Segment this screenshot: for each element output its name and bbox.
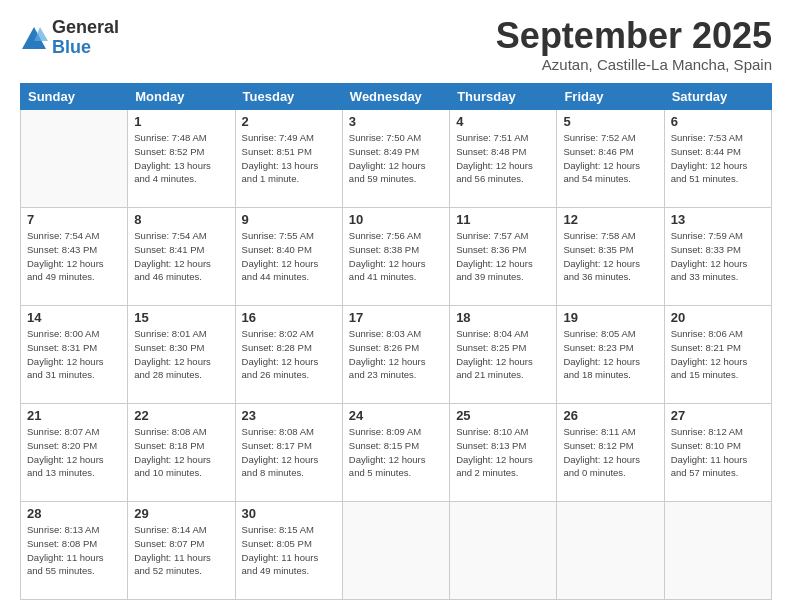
day-number: 28: [27, 506, 121, 521]
calendar-week-row: 14Sunrise: 8:00 AM Sunset: 8:31 PM Dayli…: [21, 306, 772, 404]
day-info: Sunrise: 8:04 AM Sunset: 8:25 PM Dayligh…: [456, 327, 550, 382]
title-block: September 2025 Azutan, Castille-La Manch…: [496, 18, 772, 73]
day-number: 21: [27, 408, 121, 423]
calendar-cell: 4Sunrise: 7:51 AM Sunset: 8:48 PM Daylig…: [450, 110, 557, 208]
day-info: Sunrise: 8:02 AM Sunset: 8:28 PM Dayligh…: [242, 327, 336, 382]
logo-blue: Blue: [52, 38, 119, 58]
day-number: 25: [456, 408, 550, 423]
day-number: 15: [134, 310, 228, 325]
day-info: Sunrise: 8:12 AM Sunset: 8:10 PM Dayligh…: [671, 425, 765, 480]
weekday-header-wednesday: Wednesday: [342, 84, 449, 110]
calendar-cell: 11Sunrise: 7:57 AM Sunset: 8:36 PM Dayli…: [450, 208, 557, 306]
calendar-cell: 5Sunrise: 7:52 AM Sunset: 8:46 PM Daylig…: [557, 110, 664, 208]
calendar-cell: 29Sunrise: 8:14 AM Sunset: 8:07 PM Dayli…: [128, 502, 235, 600]
day-number: 16: [242, 310, 336, 325]
day-number: 8: [134, 212, 228, 227]
day-info: Sunrise: 8:00 AM Sunset: 8:31 PM Dayligh…: [27, 327, 121, 382]
calendar-cell: 9Sunrise: 7:55 AM Sunset: 8:40 PM Daylig…: [235, 208, 342, 306]
day-number: 13: [671, 212, 765, 227]
calendar-cell: 26Sunrise: 8:11 AM Sunset: 8:12 PM Dayli…: [557, 404, 664, 502]
day-number: 26: [563, 408, 657, 423]
calendar-cell: 16Sunrise: 8:02 AM Sunset: 8:28 PM Dayli…: [235, 306, 342, 404]
day-info: Sunrise: 8:01 AM Sunset: 8:30 PM Dayligh…: [134, 327, 228, 382]
weekday-header-friday: Friday: [557, 84, 664, 110]
calendar-cell: 6Sunrise: 7:53 AM Sunset: 8:44 PM Daylig…: [664, 110, 771, 208]
calendar-cell: 14Sunrise: 8:00 AM Sunset: 8:31 PM Dayli…: [21, 306, 128, 404]
day-info: Sunrise: 7:54 AM Sunset: 8:41 PM Dayligh…: [134, 229, 228, 284]
calendar-cell: 3Sunrise: 7:50 AM Sunset: 8:49 PM Daylig…: [342, 110, 449, 208]
logo-general: General: [52, 18, 119, 38]
day-number: 17: [349, 310, 443, 325]
weekday-header-tuesday: Tuesday: [235, 84, 342, 110]
calendar-cell: [21, 110, 128, 208]
day-info: Sunrise: 8:06 AM Sunset: 8:21 PM Dayligh…: [671, 327, 765, 382]
day-info: Sunrise: 7:57 AM Sunset: 8:36 PM Dayligh…: [456, 229, 550, 284]
day-number: 12: [563, 212, 657, 227]
calendar-cell: 22Sunrise: 8:08 AM Sunset: 8:18 PM Dayli…: [128, 404, 235, 502]
day-info: Sunrise: 8:13 AM Sunset: 8:08 PM Dayligh…: [27, 523, 121, 578]
day-info: Sunrise: 8:14 AM Sunset: 8:07 PM Dayligh…: [134, 523, 228, 578]
day-info: Sunrise: 8:09 AM Sunset: 8:15 PM Dayligh…: [349, 425, 443, 480]
day-number: 10: [349, 212, 443, 227]
day-number: 6: [671, 114, 765, 129]
day-number: 4: [456, 114, 550, 129]
day-number: 9: [242, 212, 336, 227]
day-info: Sunrise: 8:11 AM Sunset: 8:12 PM Dayligh…: [563, 425, 657, 480]
day-number: 23: [242, 408, 336, 423]
calendar-cell: 21Sunrise: 8:07 AM Sunset: 8:20 PM Dayli…: [21, 404, 128, 502]
day-info: Sunrise: 7:52 AM Sunset: 8:46 PM Dayligh…: [563, 131, 657, 186]
day-info: Sunrise: 7:50 AM Sunset: 8:49 PM Dayligh…: [349, 131, 443, 186]
day-info: Sunrise: 7:59 AM Sunset: 8:33 PM Dayligh…: [671, 229, 765, 284]
logo-text: General Blue: [52, 18, 119, 58]
calendar-cell: 23Sunrise: 8:08 AM Sunset: 8:17 PM Dayli…: [235, 404, 342, 502]
weekday-header-saturday: Saturday: [664, 84, 771, 110]
calendar-cell: 17Sunrise: 8:03 AM Sunset: 8:26 PM Dayli…: [342, 306, 449, 404]
day-number: 14: [27, 310, 121, 325]
day-info: Sunrise: 7:56 AM Sunset: 8:38 PM Dayligh…: [349, 229, 443, 284]
calendar-cell: 15Sunrise: 8:01 AM Sunset: 8:30 PM Dayli…: [128, 306, 235, 404]
calendar-cell: [450, 502, 557, 600]
calendar-cell: 1Sunrise: 7:48 AM Sunset: 8:52 PM Daylig…: [128, 110, 235, 208]
day-info: Sunrise: 8:05 AM Sunset: 8:23 PM Dayligh…: [563, 327, 657, 382]
calendar-cell: 13Sunrise: 7:59 AM Sunset: 8:33 PM Dayli…: [664, 208, 771, 306]
day-info: Sunrise: 7:53 AM Sunset: 8:44 PM Dayligh…: [671, 131, 765, 186]
day-info: Sunrise: 8:08 AM Sunset: 8:17 PM Dayligh…: [242, 425, 336, 480]
day-number: 29: [134, 506, 228, 521]
day-info: Sunrise: 7:48 AM Sunset: 8:52 PM Dayligh…: [134, 131, 228, 186]
day-number: 30: [242, 506, 336, 521]
weekday-header-sunday: Sunday: [21, 84, 128, 110]
day-info: Sunrise: 7:49 AM Sunset: 8:51 PM Dayligh…: [242, 131, 336, 186]
day-info: Sunrise: 8:08 AM Sunset: 8:18 PM Dayligh…: [134, 425, 228, 480]
day-info: Sunrise: 8:15 AM Sunset: 8:05 PM Dayligh…: [242, 523, 336, 578]
calendar-week-row: 21Sunrise: 8:07 AM Sunset: 8:20 PM Dayli…: [21, 404, 772, 502]
calendar-week-row: 7Sunrise: 7:54 AM Sunset: 8:43 PM Daylig…: [21, 208, 772, 306]
calendar-cell: [664, 502, 771, 600]
calendar-cell: 30Sunrise: 8:15 AM Sunset: 8:05 PM Dayli…: [235, 502, 342, 600]
calendar-table: SundayMondayTuesdayWednesdayThursdayFrid…: [20, 83, 772, 600]
day-info: Sunrise: 8:03 AM Sunset: 8:26 PM Dayligh…: [349, 327, 443, 382]
calendar-cell: 25Sunrise: 8:10 AM Sunset: 8:13 PM Dayli…: [450, 404, 557, 502]
page: General Blue September 2025 Azutan, Cast…: [0, 0, 792, 612]
calendar-cell: 7Sunrise: 7:54 AM Sunset: 8:43 PM Daylig…: [21, 208, 128, 306]
calendar-cell: 20Sunrise: 8:06 AM Sunset: 8:21 PM Dayli…: [664, 306, 771, 404]
month-title: September 2025: [496, 18, 772, 54]
logo: General Blue: [20, 18, 119, 58]
weekday-header-monday: Monday: [128, 84, 235, 110]
calendar-cell: 18Sunrise: 8:04 AM Sunset: 8:25 PM Dayli…: [450, 306, 557, 404]
calendar-cell: 8Sunrise: 7:54 AM Sunset: 8:41 PM Daylig…: [128, 208, 235, 306]
logo-icon: [20, 25, 48, 53]
calendar-cell: 24Sunrise: 8:09 AM Sunset: 8:15 PM Dayli…: [342, 404, 449, 502]
day-info: Sunrise: 7:51 AM Sunset: 8:48 PM Dayligh…: [456, 131, 550, 186]
calendar-cell: 10Sunrise: 7:56 AM Sunset: 8:38 PM Dayli…: [342, 208, 449, 306]
day-number: 1: [134, 114, 228, 129]
location-subtitle: Azutan, Castille-La Mancha, Spain: [496, 56, 772, 73]
day-info: Sunrise: 7:55 AM Sunset: 8:40 PM Dayligh…: [242, 229, 336, 284]
day-number: 18: [456, 310, 550, 325]
day-number: 11: [456, 212, 550, 227]
day-number: 7: [27, 212, 121, 227]
calendar-cell: 28Sunrise: 8:13 AM Sunset: 8:08 PM Dayli…: [21, 502, 128, 600]
day-number: 3: [349, 114, 443, 129]
calendar-week-row: 1Sunrise: 7:48 AM Sunset: 8:52 PM Daylig…: [21, 110, 772, 208]
day-info: Sunrise: 7:54 AM Sunset: 8:43 PM Dayligh…: [27, 229, 121, 284]
calendar-cell: 12Sunrise: 7:58 AM Sunset: 8:35 PM Dayli…: [557, 208, 664, 306]
